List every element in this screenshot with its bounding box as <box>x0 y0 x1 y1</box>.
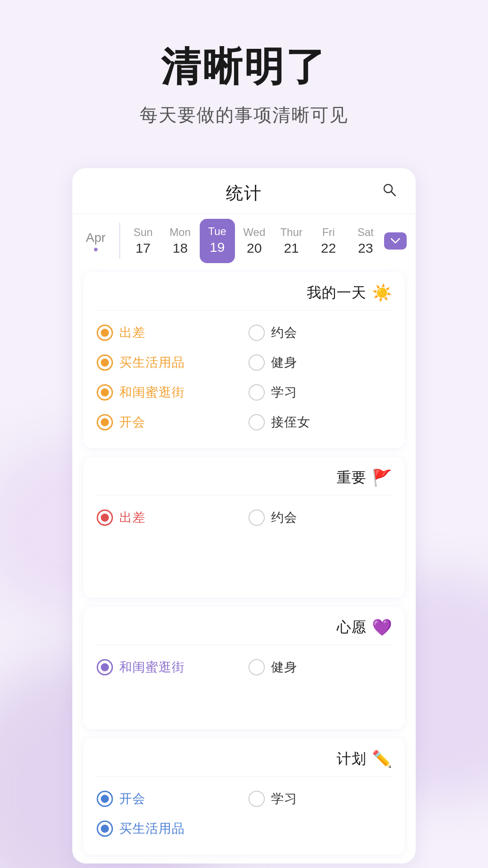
month-label-area: Apr <box>72 231 115 251</box>
stats-header: 统计 <box>72 168 416 214</box>
radio-plan-maishenghuoyongpin[interactable] <box>97 821 113 837</box>
month-dot <box>94 248 98 251</box>
calendar-dropdown-button[interactable] <box>384 232 407 250</box>
wish-title: 心愿 <box>337 618 366 637</box>
radio-jienienv[interactable] <box>249 414 265 430</box>
wish-tasks: 和闺蜜逛街 健身 <box>83 645 405 729</box>
week-days: Sun 17 Mon 18 Tue 19 Wed 20 Thur 21 <box>125 219 384 263</box>
important-title: 重要 <box>337 468 366 488</box>
svg-line-1 <box>391 192 395 196</box>
day-thur[interactable]: Thur 21 <box>274 220 309 262</box>
day-wed[interactable]: Wed 20 <box>237 220 272 262</box>
pen-icon: ✏️ <box>372 750 392 769</box>
task-guimei[interactable]: 和闺蜜逛街 <box>92 377 244 407</box>
day-sun[interactable]: Sun 17 <box>126 220 161 262</box>
task-jienienv[interactable]: 接侄女 <box>244 407 396 437</box>
radio-kaihui[interactable] <box>97 414 113 430</box>
my-day-header: 我的一天 ☀️ <box>83 272 405 310</box>
radio-imp-chuchai[interactable] <box>97 509 113 526</box>
main-card: 统计 Apr Sun 17 Mon <box>72 168 416 863</box>
radio-guimei[interactable] <box>97 384 113 401</box>
section-wish: 心愿 💜 和闺蜜逛街 健身 <box>83 607 405 729</box>
section-plan: 计划 ✏️ 开会 学习 买生活用品 <box>83 738 405 854</box>
sub-title: 每天要做的事项清晰可见 <box>140 103 348 127</box>
wish-header: 心愿 💜 <box>83 607 405 645</box>
my-day-tasks: 出差 约会 买生活用品 健身 和闺蜜逛街 <box>83 311 405 448</box>
day-mon[interactable]: Mon 18 <box>163 220 198 262</box>
task-wish-jianshen[interactable]: 健身 <box>244 652 396 682</box>
plan-header: 计划 ✏️ <box>83 738 405 776</box>
task-xuexi[interactable]: 学习 <box>244 377 396 407</box>
radio-jianshen[interactable] <box>249 354 265 371</box>
radio-wish-jianshen[interactable] <box>249 659 265 675</box>
my-day-title: 我的一天 <box>307 283 366 303</box>
section-important: 重要 🚩 出差 约会 <box>83 457 405 598</box>
calendar-strip: Apr Sun 17 Mon 18 Tue 19 Wed <box>72 214 416 263</box>
task-wish-guimei[interactable]: 和闺蜜逛街 <box>92 652 244 682</box>
task-plan-maishenghuoyongpin[interactable]: 买生活用品 <box>92 814 244 844</box>
radio-yuehui[interactable] <box>249 325 265 341</box>
task-chuchai[interactable]: 出差 <box>92 318 244 348</box>
flag-icon: 🚩 <box>372 468 392 487</box>
month-label: Apr <box>86 231 106 245</box>
plan-title: 计划 <box>337 749 366 769</box>
month-divider <box>119 223 120 259</box>
heart-icon: 💜 <box>372 618 392 637</box>
section-my-day: 我的一天 ☀️ 出差 约会 买生活用品 <box>83 272 405 448</box>
header-section: 清晰明了 每天要做的事项清晰可见 <box>113 0 375 155</box>
radio-maishenghuoyongpin[interactable] <box>97 354 113 371</box>
task-imp-yuehui[interactable]: 约会 <box>244 503 396 533</box>
radio-plan-xuexi[interactable] <box>249 791 265 807</box>
radio-wish-guimei[interactable] <box>97 659 113 675</box>
day-tue-active[interactable]: Tue 19 <box>200 219 235 263</box>
task-jianshen[interactable]: 健身 <box>244 348 396 377</box>
radio-chuchai[interactable] <box>97 325 113 341</box>
stats-title: 统计 <box>226 182 262 205</box>
sun-icon: ☀️ <box>372 283 392 302</box>
task-plan-xuexi[interactable]: 学习 <box>244 784 396 814</box>
day-fri[interactable]: Fri 22 <box>311 220 346 262</box>
important-tasks: 出差 约会 <box>83 495 405 598</box>
task-yuehui[interactable]: 约会 <box>244 318 396 348</box>
radio-plan-kaihui[interactable] <box>97 791 113 807</box>
radio-xuexi[interactable] <box>249 384 265 401</box>
important-header: 重要 🚩 <box>83 457 405 495</box>
task-imp-chuchai[interactable]: 出差 <box>92 503 244 533</box>
task-maishenghuoyongpin[interactable]: 买生活用品 <box>92 348 244 377</box>
day-sat[interactable]: Sat 23 <box>348 220 383 262</box>
radio-imp-yuehui[interactable] <box>249 509 265 526</box>
main-title: 清晰明了 <box>140 45 348 89</box>
search-button[interactable] <box>381 182 398 200</box>
task-kaihui[interactable]: 开会 <box>92 407 244 437</box>
plan-tasks: 开会 学习 买生活用品 <box>83 777 405 854</box>
task-plan-kaihui[interactable]: 开会 <box>92 784 244 814</box>
